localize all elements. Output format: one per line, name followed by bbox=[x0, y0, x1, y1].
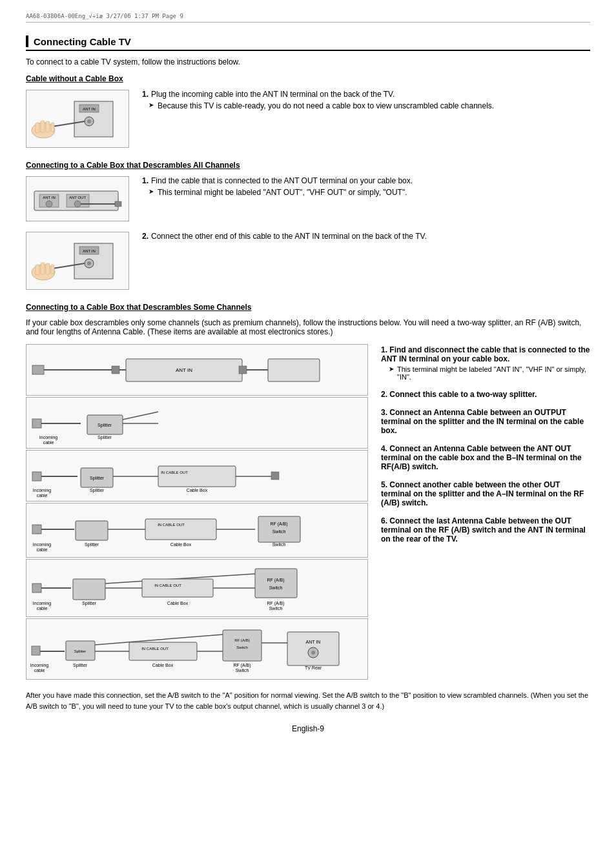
svg-rect-64 bbox=[32, 525, 41, 534]
subsection-cable-box-some: Connecting to a Cable Box that Descrambl… bbox=[26, 303, 590, 681]
svg-rect-33 bbox=[32, 365, 44, 374]
svg-text:Cable Box: Cable Box bbox=[152, 663, 174, 667]
step-s3-2: 2. Connect this cable to a two-way split… bbox=[381, 390, 590, 399]
svg-text:Incoming: Incoming bbox=[30, 663, 49, 668]
svg-text:Splitter: Splitter bbox=[90, 476, 104, 481]
svg-text:ANT IN: ANT IN bbox=[83, 107, 96, 111]
svg-rect-7 bbox=[36, 123, 39, 133]
svg-point-14 bbox=[46, 201, 52, 207]
svg-rect-55 bbox=[158, 466, 236, 487]
svg-rect-37 bbox=[112, 366, 119, 374]
diagram-tv-back-2: ANT IN bbox=[26, 232, 129, 290]
svg-rect-10 bbox=[51, 123, 54, 132]
diagram-svg-s3-3: Splitter IN CABLE OUT Incoming cable Spl… bbox=[29, 452, 365, 500]
diagram-svg-1: ANT IN bbox=[29, 92, 126, 147]
svg-text:cable: cable bbox=[37, 547, 48, 552]
svg-text:RF (A/B): RF (A/B) bbox=[234, 638, 249, 642]
svg-text:IN  CABLE  OUT: IN CABLE OUT bbox=[154, 584, 181, 587]
svg-rect-58 bbox=[271, 472, 279, 480]
svg-rect-19 bbox=[115, 201, 121, 207]
svg-text:Splitter: Splitter bbox=[73, 663, 87, 668]
subsection-cable-without-box: Cable without a Cable Box ANT IN bbox=[26, 74, 590, 148]
diagram-s3-3: Splitter IN CABLE OUT Incoming cable Spl… bbox=[26, 450, 368, 502]
svg-rect-8 bbox=[41, 121, 45, 132]
svg-point-17 bbox=[74, 201, 81, 207]
subsection2-step2: ANT IN 2.Connect the other end of this c… bbox=[26, 232, 590, 290]
svg-text:Splitter: Splitter bbox=[98, 423, 112, 428]
svg-rect-80 bbox=[73, 579, 105, 600]
svg-text:IN  CABLE  OUT: IN CABLE OUT bbox=[158, 523, 185, 527]
diagram-s3-4: IN CABLE OUT RF (A/B) Switch Incoming ca… bbox=[26, 503, 368, 558]
svg-text:Switch: Switch bbox=[236, 668, 249, 673]
subsection1-step1-text: 1.Plug the incoming cable into the ANT I… bbox=[142, 90, 590, 110]
diagram-cable-plug: ANT IN bbox=[26, 90, 129, 148]
svg-text:Incoming: Incoming bbox=[33, 542, 52, 547]
subsection3-diagrams: ANT IN Splitter bbox=[26, 344, 368, 681]
subsection3-title: Connecting to a Cable Box that Descrambl… bbox=[26, 303, 590, 312]
diagram-svg-s3-5: IN CABLE OUT RF (A/B) Switch Incoming ca… bbox=[29, 561, 365, 616]
svg-text:IN  CABLE  OUT: IN CABLE OUT bbox=[161, 471, 188, 474]
svg-point-4 bbox=[87, 119, 91, 123]
svg-text:Switch: Switch bbox=[269, 585, 283, 590]
svg-line-46 bbox=[123, 412, 158, 420]
svg-text:cable: cable bbox=[34, 668, 45, 673]
diagram-svg-3: ANT IN bbox=[29, 234, 126, 289]
diagram-s3-6: Splitter IN CABLE OUT RF (A/B) Switch bbox=[26, 618, 368, 680]
svg-text:Switch: Switch bbox=[272, 529, 286, 534]
svg-point-25 bbox=[87, 261, 91, 265]
svg-text:RF (A/B): RF (A/B) bbox=[233, 663, 251, 668]
svg-rect-83 bbox=[142, 579, 213, 597]
svg-text:IN  CABLE  OUT: IN CABLE OUT bbox=[141, 647, 169, 651]
subsection2-title: Connecting to a Cable Box that Descrambl… bbox=[26, 161, 590, 170]
svg-text:RF (A/B): RF (A/B) bbox=[270, 522, 287, 527]
svg-text:Incoming: Incoming bbox=[33, 488, 52, 493]
svg-text:TV Rear: TV Rear bbox=[305, 665, 322, 670]
svg-text:Switch: Switch bbox=[269, 606, 283, 611]
diagram-svg-s3-1: ANT IN bbox=[29, 346, 365, 394]
svg-text:ANT IN: ANT IN bbox=[176, 367, 192, 373]
subsection3-steps: 1. Find and disconnect the cable that is… bbox=[381, 344, 590, 553]
diagram-s3-5: IN CABLE OUT RF (A/B) Switch Incoming ca… bbox=[26, 559, 368, 617]
svg-rect-51 bbox=[32, 472, 41, 481]
intro-text: To connect to a cable TV system, follow … bbox=[26, 57, 590, 66]
header-text: AA68-03806A-00Eng_√÷ïæ 3/27/06 1:37 PM P… bbox=[26, 13, 183, 19]
diagram-svg-s3-2: Splitter Splitter Incoming cable bbox=[29, 399, 365, 447]
svg-text:Cable Box: Cable Box bbox=[187, 488, 208, 493]
svg-point-111 bbox=[311, 651, 315, 655]
svg-text:ANT IN: ANT IN bbox=[83, 249, 96, 253]
subsection1-step1: ANT IN 1.Plug the incoming cable into th… bbox=[26, 90, 590, 148]
svg-text:ANT IN: ANT IN bbox=[306, 640, 321, 644]
svg-text:Splitter: Splitter bbox=[85, 542, 99, 547]
svg-text:cable: cable bbox=[43, 440, 54, 445]
svg-rect-31 bbox=[51, 265, 54, 274]
footer-text: After you have made this connection, set… bbox=[26, 690, 590, 711]
svg-text:cable: cable bbox=[37, 606, 48, 611]
svg-text:Splitter: Splitter bbox=[90, 488, 104, 493]
diagram-s3-1: ANT IN bbox=[26, 344, 368, 396]
svg-rect-30 bbox=[46, 263, 50, 274]
svg-rect-9 bbox=[46, 121, 50, 132]
subsection3-intro: If your cable box descrambles only some … bbox=[26, 318, 590, 336]
subsection2-step1: ANT IN ANT OUT 1.Find the cable that is … bbox=[26, 176, 590, 221]
diagram-cable-box-back: ANT IN ANT OUT bbox=[26, 176, 129, 221]
subsection1-title: Cable without a Cable Box bbox=[26, 74, 590, 83]
svg-text:cable: cable bbox=[37, 493, 48, 498]
svg-text:RF (A/B): RF (A/B) bbox=[267, 578, 284, 583]
section-title: Connecting Cable TV bbox=[26, 36, 590, 51]
diagram-svg-s3-6: Splitter IN CABLE OUT RF (A/B) Switch bbox=[29, 620, 365, 678]
svg-text:RF (A/B): RF (A/B) bbox=[267, 601, 284, 606]
svg-rect-42 bbox=[32, 419, 41, 428]
svg-rect-79 bbox=[32, 584, 41, 593]
svg-rect-101 bbox=[129, 642, 197, 660]
svg-text:Switch: Switch bbox=[272, 542, 286, 547]
svg-rect-65 bbox=[76, 521, 108, 540]
svg-text:Splitter: Splitter bbox=[82, 601, 96, 606]
svg-rect-67 bbox=[145, 519, 216, 540]
subsection2-step2-text: 2.Connect the other end of this cable to… bbox=[142, 232, 590, 241]
svg-text:Cable Box: Cable Box bbox=[170, 542, 192, 547]
svg-rect-86 bbox=[255, 569, 297, 598]
svg-text:Splitter: Splitter bbox=[74, 649, 87, 653]
svg-rect-28 bbox=[36, 265, 39, 275]
svg-text:Incoming: Incoming bbox=[33, 601, 52, 606]
diagram-svg-s3-4: IN CABLE OUT RF (A/B) Switch Incoming ca… bbox=[29, 505, 365, 556]
